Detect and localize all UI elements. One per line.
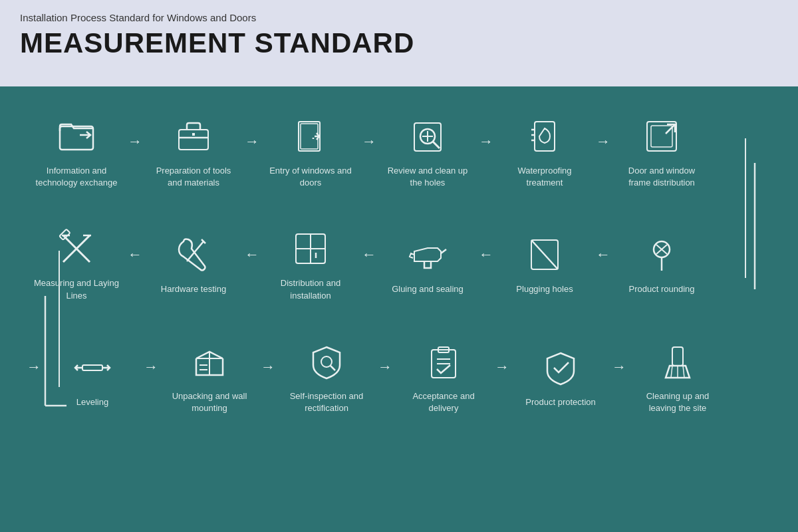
svg-line-11 bbox=[433, 142, 440, 148]
step-frame-dist-label: Door and window frame distribution bbox=[618, 165, 705, 189]
arrow-row3-1: → bbox=[144, 358, 158, 376]
step-tools-prep: Preparation of tools and materials bbox=[144, 113, 243, 189]
shield-icon bbox=[537, 344, 584, 391]
grid-window-icon bbox=[287, 225, 334, 272]
step-acceptance-label: Acceptance and delivery bbox=[400, 390, 487, 414]
svg-line-26 bbox=[187, 241, 203, 261]
step-review-holes-label: Review and clean up the holes bbox=[384, 165, 471, 189]
accept-icon bbox=[420, 338, 467, 385]
arrow-4-5: → bbox=[479, 133, 493, 150]
svg-rect-50 bbox=[672, 347, 683, 366]
step-measuring-label: Measuring and Laying Lines bbox=[33, 277, 120, 301]
frame-export-icon bbox=[638, 113, 685, 160]
ruler-cross-icon bbox=[53, 225, 100, 272]
arrow-1-2: → bbox=[128, 133, 142, 150]
step-waterproofing: Waterproofing treatment bbox=[495, 113, 595, 189]
step-leveling: Leveling bbox=[43, 344, 142, 408]
arrow-row2-4: ← bbox=[479, 246, 493, 263]
step-product-protect: Product protection bbox=[511, 344, 610, 408]
row-2: Measuring and Laying Lines ← Hardware te… bbox=[27, 225, 778, 301]
svg-rect-39 bbox=[82, 365, 102, 370]
step-distribution-label: Distribution and installation bbox=[267, 277, 354, 301]
step-acceptance: Acceptance and delivery bbox=[394, 338, 493, 414]
step-entry-windows: Entry of windows and doors bbox=[261, 113, 360, 189]
magnify-icon bbox=[404, 113, 451, 160]
arrow-row2-5: ← bbox=[596, 246, 610, 263]
step-rounding-label: Product rounding bbox=[618, 283, 705, 295]
step-hardware-label: Hardware testing bbox=[150, 283, 237, 295]
plug-holes-icon bbox=[521, 231, 568, 278]
step-hardware: Hardware testing bbox=[144, 231, 243, 295]
svg-line-53 bbox=[683, 366, 684, 378]
svg-point-44 bbox=[321, 356, 332, 367]
step-product-protect-label: Product protection bbox=[517, 396, 604, 408]
step-measuring: Measuring and Laying Lines bbox=[27, 225, 126, 301]
step-cleanup-label: Cleaning up and leaving the site bbox=[634, 390, 721, 414]
header-title: MEASUREMENT STANDARD bbox=[20, 27, 778, 59]
svg-rect-14 bbox=[535, 122, 555, 151]
arrow-row3-3: → bbox=[378, 358, 392, 376]
step-review-holes: Review and clean up the holes bbox=[378, 113, 477, 189]
step-plugging-label: Plugging holes bbox=[501, 283, 588, 295]
step-info-exchange: Information and technology exchange bbox=[27, 113, 126, 189]
svg-rect-19 bbox=[651, 126, 672, 147]
arrow-3-4: → bbox=[362, 133, 376, 150]
step-tools-prep-label: Preparation of tools and materials bbox=[150, 165, 237, 189]
header-subtitle: Installation Process Standard for Window… bbox=[20, 12, 778, 23]
waterproof-icon bbox=[521, 113, 568, 160]
arrow-2-3: → bbox=[245, 133, 259, 150]
level-icon bbox=[69, 344, 116, 391]
header: Installation Process Standard for Window… bbox=[0, 0, 798, 86]
folder-icon bbox=[53, 113, 100, 160]
svg-line-32 bbox=[441, 249, 446, 253]
main-content: Information and technology exchange → Pr… bbox=[0, 86, 798, 532]
step-self-inspect-label: Self-inspection and rectification bbox=[283, 390, 370, 414]
step-plugging: Plugging holes bbox=[495, 231, 595, 295]
pin-icon bbox=[638, 231, 685, 278]
step-cleanup: Cleaning up and leaving the site bbox=[628, 338, 728, 414]
door-enter-icon bbox=[287, 113, 334, 160]
step-unpacking: Unpacking and wall mounting bbox=[160, 338, 259, 414]
arrow-row2-2: ← bbox=[245, 246, 259, 263]
arrow-row2-1: ← bbox=[128, 246, 142, 263]
step-frame-dist: Door and window frame distribution bbox=[612, 113, 712, 189]
broom-icon bbox=[654, 338, 701, 385]
toolbox-icon bbox=[170, 113, 217, 160]
step-waterproofing-label: Waterproofing treatment bbox=[501, 165, 588, 189]
svg-line-51 bbox=[671, 366, 672, 378]
arrow-row3-4: → bbox=[495, 358, 509, 376]
wrench-icon bbox=[170, 231, 217, 278]
step-distribution: Distribution and installation bbox=[261, 225, 360, 301]
step-gluing-label: Gluing and sealing bbox=[384, 283, 471, 295]
step-leveling-label: Leveling bbox=[49, 396, 136, 408]
row-3: → Leveling → bbox=[27, 338, 778, 414]
svg-line-45 bbox=[331, 366, 335, 370]
step-gluing: Gluing and sealing bbox=[378, 231, 477, 295]
unpack-icon bbox=[186, 338, 233, 385]
step-entry-windows-label: Entry of windows and doors bbox=[267, 165, 354, 189]
svg-rect-2 bbox=[179, 130, 208, 150]
step-self-inspect: Self-inspection and rectification bbox=[277, 338, 376, 414]
left-entry-arrow: → bbox=[27, 358, 41, 376]
self-inspect-icon bbox=[303, 338, 350, 385]
step-rounding: Product rounding bbox=[612, 231, 712, 295]
row-1: Information and technology exchange → Pr… bbox=[27, 113, 778, 189]
svg-line-34 bbox=[531, 240, 558, 269]
step-info-exchange-label: Information and technology exchange bbox=[33, 165, 120, 189]
svg-rect-25 bbox=[59, 229, 70, 240]
arrow-row3-2: → bbox=[261, 358, 275, 376]
glue-gun-icon bbox=[404, 231, 451, 278]
arrow-row2-3: ← bbox=[362, 246, 376, 263]
step-unpacking-label: Unpacking and wall mounting bbox=[166, 390, 253, 414]
arrow-row3-5: → bbox=[612, 358, 626, 376]
arrow-5-6: → bbox=[596, 133, 610, 150]
